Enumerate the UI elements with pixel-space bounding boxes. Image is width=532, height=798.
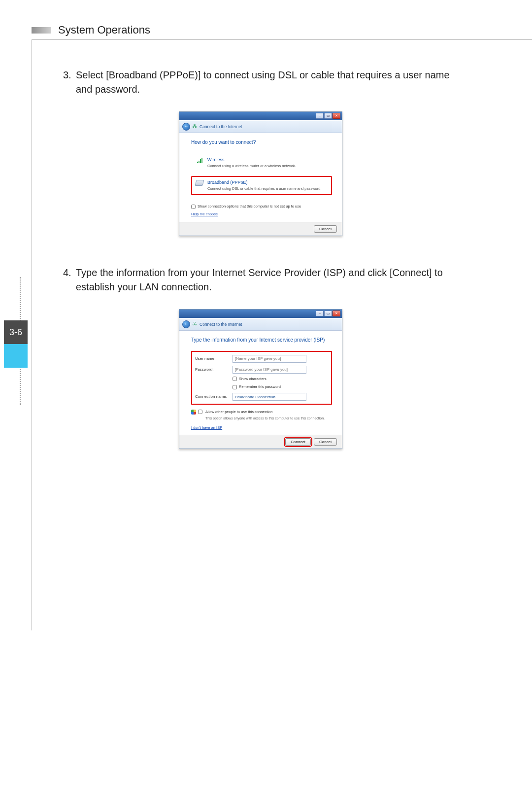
close-icon[interactable]: ✕ xyxy=(332,113,340,119)
breadcrumb: ← 🖧 Connect to the Internet xyxy=(179,318,342,331)
password-input[interactable] xyxy=(233,366,306,374)
breadcrumb-text: Connect to the Internet xyxy=(200,321,242,327)
uac-shield-icon xyxy=(191,410,196,415)
password-label: Password: xyxy=(195,367,230,373)
network-globe-icon: 🖧 xyxy=(193,321,197,327)
titlebar: – ▭ ✕ xyxy=(179,310,342,318)
username-label: User name: xyxy=(195,356,230,362)
back-button[interactable]: ← xyxy=(182,320,190,328)
body-content: 3. Select [Broadband (PPPoE)] to connect… xyxy=(63,68,458,479)
network-globe-icon: 🖧 xyxy=(193,123,197,130)
no-isp-link[interactable]: I don't have an ISP xyxy=(191,425,222,430)
checkbox[interactable] xyxy=(233,377,237,381)
remember-password-checkbox[interactable]: Remember this password xyxy=(233,384,328,390)
isp-form-highlighted: User name: Password: Show characters xyxy=(191,351,332,405)
modem-icon xyxy=(196,179,203,186)
username-input[interactable] xyxy=(233,355,306,363)
option-broadband-pppoe[interactable]: Broadband (PPPoE) Connect using DSL or c… xyxy=(191,176,332,195)
breadcrumb: ← 🖧 Connect to the Internet xyxy=(179,120,342,133)
allow-others-row[interactable]: Allow other people to use this connectio… xyxy=(191,410,332,421)
connection-name-input[interactable] xyxy=(233,393,306,401)
dialog-heading: How do you want to connect? xyxy=(191,139,332,146)
checkbox[interactable] xyxy=(191,205,196,209)
dialog-connect-internet-1: – ▭ ✕ ← 🖧 Connect to the Internet How do… xyxy=(179,111,342,236)
maximize-icon[interactable]: ▭ xyxy=(324,311,332,316)
document-page: System Operations 3-6 3. Select [Broadba… xyxy=(0,0,532,798)
titlebar: – ▭ ✕ xyxy=(179,112,342,120)
step4-text: 4. Type the information from your Intern… xyxy=(63,266,458,294)
cancel-button[interactable]: Cancel xyxy=(314,225,337,233)
minimize-icon[interactable]: – xyxy=(316,311,324,316)
checkbox[interactable] xyxy=(198,410,202,414)
header-swatch xyxy=(32,27,51,34)
maximize-icon[interactable]: ▭ xyxy=(324,113,332,119)
dialog-connect-internet-2: – ▭ ✕ ← 🖧 Connect to the Internet Type t… xyxy=(179,309,342,449)
connection-name-label: Connection name: xyxy=(195,394,230,400)
connect-button[interactable]: Connect xyxy=(285,438,311,446)
show-unavailable-checkbox[interactable]: Show connection options that this comput… xyxy=(191,204,332,209)
checkbox[interactable] xyxy=(233,385,237,389)
minimize-icon[interactable]: – xyxy=(316,113,324,119)
step3-text: 3. Select [Broadband (PPPoE)] to connect… xyxy=(63,68,458,97)
accent-box xyxy=(4,344,28,368)
section-header: System Operations xyxy=(32,24,150,36)
help-me-choose-link[interactable]: Help me choose xyxy=(191,212,218,216)
show-characters-checkbox[interactable]: Show characters xyxy=(233,377,328,382)
cancel-button[interactable]: Cancel xyxy=(314,438,337,446)
breadcrumb-text: Connect to the Internet xyxy=(200,124,242,130)
back-button[interactable]: ← xyxy=(182,123,190,131)
page-number: 3-6 xyxy=(4,320,28,344)
section-title: System Operations xyxy=(58,24,150,36)
dialog-heading: Type the information from your Internet … xyxy=(191,337,332,344)
close-icon[interactable]: ✕ xyxy=(332,311,340,316)
signal-bars-icon xyxy=(196,157,203,164)
option-wireless[interactable]: Wireless Connect using a wireless router… xyxy=(191,153,332,173)
